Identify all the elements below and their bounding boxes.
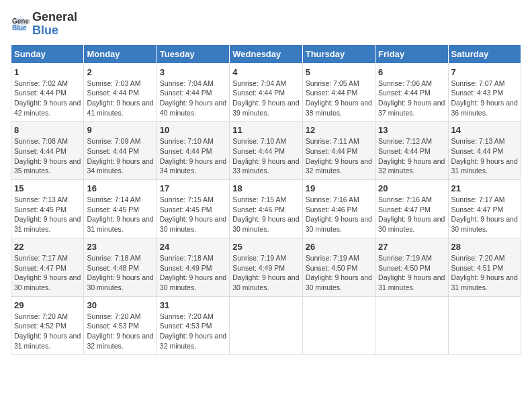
day-number: 3 bbox=[160, 67, 226, 77]
day-info: Sunrise: 7:11 AM Sunset: 4:44 PM Dayligh… bbox=[306, 136, 372, 176]
day-number: 9 bbox=[87, 125, 153, 135]
day-info: Sunrise: 7:17 AM Sunset: 4:47 PM Dayligh… bbox=[451, 195, 518, 234]
day-info: Sunrise: 7:19 AM Sunset: 4:50 PM Dayligh… bbox=[306, 253, 372, 293]
calendar-cell: 21 Sunrise: 7:17 AM Sunset: 4:47 PM Dayl… bbox=[448, 180, 521, 238]
weekday-header-row: SundayMondayTuesdayWednesdayThursdayFrid… bbox=[11, 44, 521, 63]
day-info: Sunrise: 7:05 AM Sunset: 4:44 PM Dayligh… bbox=[306, 79, 372, 118]
day-info: Sunrise: 7:08 AM Sunset: 4:44 PM Dayligh… bbox=[14, 136, 81, 176]
day-info: Sunrise: 7:07 AM Sunset: 4:43 PM Dayligh… bbox=[451, 79, 518, 118]
day-number: 21 bbox=[451, 183, 518, 193]
day-number: 4 bbox=[232, 67, 299, 77]
day-info: Sunrise: 7:19 AM Sunset: 4:50 PM Dayligh… bbox=[378, 253, 445, 293]
calendar-cell: 30 Sunrise: 7:20 AM Sunset: 4:53 PM Dayl… bbox=[84, 296, 157, 355]
day-info: Sunrise: 7:20 AM Sunset: 4:52 PM Dayligh… bbox=[14, 312, 81, 351]
calendar-cell: 23 Sunrise: 7:18 AM Sunset: 4:48 PM Dayl… bbox=[84, 238, 157, 296]
calendar-cell: 29 Sunrise: 7:20 AM Sunset: 4:52 PM Dayl… bbox=[11, 296, 84, 355]
day-number: 15 bbox=[14, 183, 81, 193]
day-number: 6 bbox=[378, 67, 445, 77]
calendar-cell: 27 Sunrise: 7:19 AM Sunset: 4:50 PM Dayl… bbox=[375, 238, 448, 296]
calendar-table: SundayMondayTuesdayWednesdayThursdayFrid… bbox=[11, 44, 521, 355]
day-number: 27 bbox=[378, 242, 445, 252]
calendar-cell: 9 Sunrise: 7:09 AM Sunset: 4:44 PM Dayli… bbox=[84, 122, 157, 180]
day-number: 22 bbox=[14, 242, 81, 252]
calendar-cell: 14 Sunrise: 7:13 AM Sunset: 4:44 PM Dayl… bbox=[448, 122, 521, 180]
calendar-cell: 2 Sunrise: 7:03 AM Sunset: 4:44 PM Dayli… bbox=[84, 63, 157, 122]
calendar-cell: 6 Sunrise: 7:06 AM Sunset: 4:44 PM Dayli… bbox=[375, 63, 448, 122]
calendar-cell: 8 Sunrise: 7:08 AM Sunset: 4:44 PM Dayli… bbox=[11, 122, 84, 180]
calendar-week-5: 29 Sunrise: 7:20 AM Sunset: 4:52 PM Dayl… bbox=[11, 296, 521, 355]
day-number: 30 bbox=[87, 300, 153, 310]
calendar-cell: 15 Sunrise: 7:13 AM Sunset: 4:45 PM Dayl… bbox=[11, 180, 84, 238]
day-number: 13 bbox=[378, 125, 445, 135]
weekday-header-thursday: Thursday bbox=[302, 44, 375, 63]
day-info: Sunrise: 7:16 AM Sunset: 4:46 PM Dayligh… bbox=[306, 195, 372, 234]
day-info: Sunrise: 7:12 AM Sunset: 4:44 PM Dayligh… bbox=[378, 136, 445, 176]
day-number: 23 bbox=[87, 242, 153, 252]
calendar-cell bbox=[230, 296, 302, 355]
day-info: Sunrise: 7:14 AM Sunset: 4:45 PM Dayligh… bbox=[87, 195, 153, 234]
day-info: Sunrise: 7:10 AM Sunset: 4:44 PM Dayligh… bbox=[160, 136, 226, 176]
day-info: Sunrise: 7:13 AM Sunset: 4:44 PM Dayligh… bbox=[451, 136, 518, 176]
day-number: 12 bbox=[306, 125, 372, 135]
day-number: 8 bbox=[14, 125, 81, 135]
day-info: Sunrise: 7:20 AM Sunset: 4:53 PM Dayligh… bbox=[160, 312, 226, 351]
day-number: 18 bbox=[232, 183, 299, 193]
day-number: 2 bbox=[87, 67, 153, 77]
day-number: 14 bbox=[451, 125, 518, 135]
day-number: 28 bbox=[451, 242, 518, 252]
day-number: 5 bbox=[306, 67, 372, 77]
calendar-week-4: 22 Sunrise: 7:17 AM Sunset: 4:47 PM Dayl… bbox=[11, 238, 521, 296]
day-info: Sunrise: 7:20 AM Sunset: 4:53 PM Dayligh… bbox=[87, 312, 153, 351]
day-number: 20 bbox=[378, 183, 445, 193]
calendar-cell: 18 Sunrise: 7:15 AM Sunset: 4:46 PM Dayl… bbox=[230, 180, 302, 238]
calendar-cell bbox=[302, 296, 375, 355]
day-number: 7 bbox=[451, 67, 518, 77]
day-number: 24 bbox=[160, 242, 226, 252]
day-info: Sunrise: 7:02 AM Sunset: 4:44 PM Dayligh… bbox=[14, 79, 81, 118]
svg-text:Blue: Blue bbox=[12, 24, 27, 32]
calendar-cell: 19 Sunrise: 7:16 AM Sunset: 4:46 PM Dayl… bbox=[302, 180, 375, 238]
day-info: Sunrise: 7:19 AM Sunset: 4:49 PM Dayligh… bbox=[232, 253, 299, 293]
day-info: Sunrise: 7:17 AM Sunset: 4:47 PM Dayligh… bbox=[14, 253, 81, 293]
day-number: 17 bbox=[160, 183, 226, 193]
weekday-header-saturday: Saturday bbox=[448, 44, 521, 63]
calendar-cell: 17 Sunrise: 7:15 AM Sunset: 4:45 PM Dayl… bbox=[157, 180, 229, 238]
calendar-cell: 28 Sunrise: 7:20 AM Sunset: 4:51 PM Dayl… bbox=[448, 238, 521, 296]
day-info: Sunrise: 7:04 AM Sunset: 4:44 PM Dayligh… bbox=[232, 79, 299, 118]
day-info: Sunrise: 7:03 AM Sunset: 4:44 PM Dayligh… bbox=[87, 79, 153, 118]
day-number: 11 bbox=[232, 125, 299, 135]
day-number: 19 bbox=[306, 183, 372, 193]
day-number: 25 bbox=[232, 242, 299, 252]
day-info: Sunrise: 7:04 AM Sunset: 4:44 PM Dayligh… bbox=[160, 79, 226, 118]
day-number: 26 bbox=[306, 242, 372, 252]
calendar-cell: 3 Sunrise: 7:04 AM Sunset: 4:44 PM Dayli… bbox=[157, 63, 229, 122]
calendar-cell: 10 Sunrise: 7:10 AM Sunset: 4:44 PM Dayl… bbox=[157, 122, 229, 180]
calendar-cell: 25 Sunrise: 7:19 AM Sunset: 4:49 PM Dayl… bbox=[230, 238, 302, 296]
weekday-header-friday: Friday bbox=[375, 44, 448, 63]
calendar-cell: 5 Sunrise: 7:05 AM Sunset: 4:44 PM Dayli… bbox=[302, 63, 375, 122]
weekday-header-tuesday: Tuesday bbox=[157, 44, 229, 63]
weekday-header-sunday: Sunday bbox=[11, 44, 84, 63]
day-number: 16 bbox=[87, 183, 153, 193]
calendar-cell: 4 Sunrise: 7:04 AM Sunset: 4:44 PM Dayli… bbox=[230, 63, 302, 122]
calendar-cell: 22 Sunrise: 7:17 AM Sunset: 4:47 PM Dayl… bbox=[11, 238, 84, 296]
logo-text: General Blue bbox=[32, 11, 77, 38]
day-info: Sunrise: 7:15 AM Sunset: 4:46 PM Dayligh… bbox=[232, 195, 299, 234]
calendar-week-2: 8 Sunrise: 7:08 AM Sunset: 4:44 PM Dayli… bbox=[11, 122, 521, 180]
weekday-header-monday: Monday bbox=[84, 44, 157, 63]
weekday-header-wednesday: Wednesday bbox=[230, 44, 302, 63]
calendar-cell bbox=[448, 296, 521, 355]
day-info: Sunrise: 7:18 AM Sunset: 4:48 PM Dayligh… bbox=[87, 253, 153, 293]
logo: General Blue General Blue bbox=[11, 11, 77, 38]
calendar-cell: 16 Sunrise: 7:14 AM Sunset: 4:45 PM Dayl… bbox=[84, 180, 157, 238]
calendar-cell: 26 Sunrise: 7:19 AM Sunset: 4:50 PM Dayl… bbox=[302, 238, 375, 296]
calendar-cell: 12 Sunrise: 7:11 AM Sunset: 4:44 PM Dayl… bbox=[302, 122, 375, 180]
day-info: Sunrise: 7:10 AM Sunset: 4:44 PM Dayligh… bbox=[232, 136, 299, 176]
day-info: Sunrise: 7:06 AM Sunset: 4:44 PM Dayligh… bbox=[378, 79, 445, 118]
calendar-cell: 11 Sunrise: 7:10 AM Sunset: 4:44 PM Dayl… bbox=[230, 122, 302, 180]
calendar-week-3: 15 Sunrise: 7:13 AM Sunset: 4:45 PM Dayl… bbox=[11, 180, 521, 238]
logo-icon: General Blue bbox=[11, 15, 30, 34]
day-info: Sunrise: 7:09 AM Sunset: 4:44 PM Dayligh… bbox=[87, 136, 153, 176]
calendar-cell bbox=[375, 296, 448, 355]
day-info: Sunrise: 7:20 AM Sunset: 4:51 PM Dayligh… bbox=[451, 253, 518, 293]
